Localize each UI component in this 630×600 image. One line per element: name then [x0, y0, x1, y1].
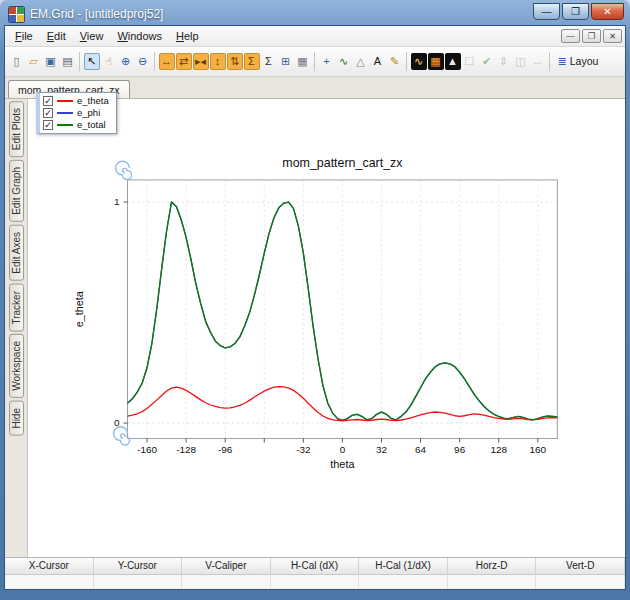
menu-file[interactable]: File	[8, 28, 40, 44]
cursor-value-cell	[536, 575, 625, 589]
x-axis-label: theta	[330, 458, 355, 470]
x-tick-label: 96	[454, 444, 466, 455]
text-annotation-icon[interactable]: A	[370, 53, 386, 70]
plot-panel[interactable]: -160-128-96-32032649612816001mom_pattern…	[28, 99, 625, 557]
print-icon: ▤	[62, 56, 72, 67]
legend-item-e_total: ✓e_total	[43, 119, 109, 130]
curve-marker-icon[interactable]: ∿	[336, 53, 352, 70]
axes-lock-icon[interactable]: ☐	[462, 53, 478, 70]
side-tab-edit-plots[interactable]: Edit Plots	[9, 101, 24, 157]
data-table-icon[interactable]: ▦	[295, 53, 311, 70]
sum-icon: Σ	[265, 56, 272, 67]
add-cursor-icon[interactable]: +	[319, 53, 335, 70]
legend-checkbox-e_phi[interactable]: ✓	[43, 108, 53, 118]
pan-hand-icon[interactable]: ☝	[101, 53, 117, 70]
curve-marker-icon: ∿	[339, 56, 348, 67]
surface-plot-icon: ▲	[447, 56, 458, 67]
zoom-out-icon: ⊖	[138, 56, 147, 67]
side-tab-workspace[interactable]: Workspace	[9, 334, 24, 398]
colormap-plot-icon: ▦	[430, 56, 440, 67]
zoom-in-icon[interactable]: ⊕	[118, 53, 134, 70]
mdi-close-button[interactable]: ✕	[603, 29, 622, 43]
open-folder-icon[interactable]: ▱	[26, 53, 42, 70]
legend-label: e_theta	[77, 95, 109, 106]
side-tab-edit-axes[interactable]: Edit Axes	[9, 225, 24, 281]
close-button[interactable]: ✕	[591, 3, 624, 20]
side-tab-tracker[interactable]: Tracker	[9, 284, 24, 332]
legend-label: e_total	[77, 119, 106, 130]
open-folder-icon: ▱	[29, 56, 37, 67]
chart-canvas[interactable]: -160-128-96-32032649612816001mom_pattern…	[28, 99, 625, 557]
cursor-table-value-row	[5, 575, 625, 589]
h-span-icon[interactable]: ◫	[513, 53, 529, 70]
side-tab-hide[interactable]: Hide	[9, 401, 24, 436]
h-fit-icon: ↔	[532, 56, 543, 67]
maximize-button[interactable]: ❐	[562, 3, 589, 20]
cursor-col-vert-d: Vert-D	[536, 558, 625, 575]
window-title: EM.Grid - [untitledproj52]	[30, 7, 528, 21]
cursor-col-horz-d: Horz-D	[448, 558, 537, 575]
highlight-pen-icon[interactable]: ✎	[387, 53, 403, 70]
axis-handle-spiral[interactable]	[116, 161, 132, 179]
save-icon[interactable]: ▣	[43, 53, 59, 70]
toolbar-separator	[406, 52, 407, 71]
menu-view[interactable]: View	[73, 28, 111, 44]
toolbar-layout-label: Layou	[570, 56, 599, 67]
axes-sync-icon[interactable]: ✔	[479, 53, 495, 70]
side-tab-edit-graph[interactable]: Edit Graph	[9, 160, 24, 222]
legend-line-sample	[57, 100, 73, 102]
mdi-restore-button[interactable]: ❐	[582, 29, 601, 43]
select-arrow-icon[interactable]: ↖	[84, 53, 100, 70]
shrink-x-icon[interactable]: ▸◂	[193, 53, 209, 70]
layout-icon: ≣	[558, 56, 567, 67]
caption-buttons: —❐✕	[533, 3, 624, 20]
client-area: FileEditViewWindowsHelp—❐✕ ▯▱▣▤↖☝⊕⊖↔⇄▸◂↕…	[4, 25, 626, 590]
menu-help[interactable]: Help	[169, 28, 206, 44]
zoom-in-icon: ⊕	[121, 56, 130, 67]
legend-checkbox-e_theta[interactable]: ✓	[43, 96, 53, 106]
app-window: EM.Grid - [untitledproj52] —❐✕ FileEditV…	[0, 0, 630, 600]
grid-toggle-icon[interactable]: ⊞	[278, 53, 294, 70]
mdi-minimize-button[interactable]: —	[561, 29, 580, 43]
legend-checkbox-e_total[interactable]: ✓	[43, 120, 53, 130]
expand-y-icon[interactable]: ⇅	[227, 53, 243, 70]
v-slider-icon[interactable]: ⇕	[496, 53, 512, 70]
zoom-out-icon[interactable]: ⊖	[135, 53, 151, 70]
expand-x-icon[interactable]: ⇄	[176, 53, 192, 70]
cursor-value-cell	[182, 575, 271, 589]
sum-icon[interactable]: Σ	[261, 53, 277, 70]
h-span-icon: ◫	[515, 56, 525, 67]
new-file-icon[interactable]: ▯	[9, 53, 25, 70]
slope-marker-icon[interactable]: △	[353, 53, 369, 70]
legend-line-sample	[57, 112, 73, 114]
autoscale-xy-icon[interactable]: Σ	[244, 53, 260, 70]
autoscale-x-icon: ↔	[161, 56, 172, 67]
autoscale-xy-icon: Σ	[248, 56, 255, 67]
menu-windows[interactable]: Windows	[110, 28, 169, 44]
cartesian-plot-icon[interactable]: ∿	[411, 53, 427, 70]
print-icon[interactable]: ▤	[60, 53, 76, 70]
layout-icon[interactable]: ≣Layou	[554, 53, 603, 70]
h-fit-icon[interactable]: ↔	[530, 53, 546, 70]
axes-sync-icon: ✔	[482, 56, 491, 67]
x-tick-label: -160	[137, 444, 157, 455]
x-tick-label: 160	[530, 444, 547, 455]
x-tick-label: 0	[340, 444, 346, 455]
legend-box[interactable]: ✓e_theta✓e_phi✓e_total	[36, 92, 117, 134]
save-icon: ▣	[45, 56, 55, 67]
main-area: Edit PlotsEdit GraphEdit AxesTrackerWork…	[5, 99, 625, 557]
cursor-col-x-cursor: X-Cursor	[5, 558, 94, 575]
expand-y-icon: ⇅	[230, 56, 239, 67]
autoscale-x-icon[interactable]: ↔	[159, 53, 175, 70]
colormap-plot-icon[interactable]: ▦	[428, 53, 444, 70]
select-arrow-icon: ↖	[87, 56, 96, 67]
minimize-button[interactable]: —	[533, 3, 560, 20]
menu-edit[interactable]: Edit	[40, 28, 73, 44]
title-bar[interactable]: EM.Grid - [untitledproj52] —❐✕	[4, 0, 626, 25]
cursor-col-y-cursor: Y-Cursor	[94, 558, 183, 575]
autoscale-y-icon[interactable]: ↕	[210, 53, 226, 70]
x-tick-label: -128	[176, 444, 196, 455]
x-tick-label: 32	[376, 444, 388, 455]
toolbar-separator	[79, 52, 80, 71]
surface-plot-icon[interactable]: ▲	[445, 53, 461, 70]
